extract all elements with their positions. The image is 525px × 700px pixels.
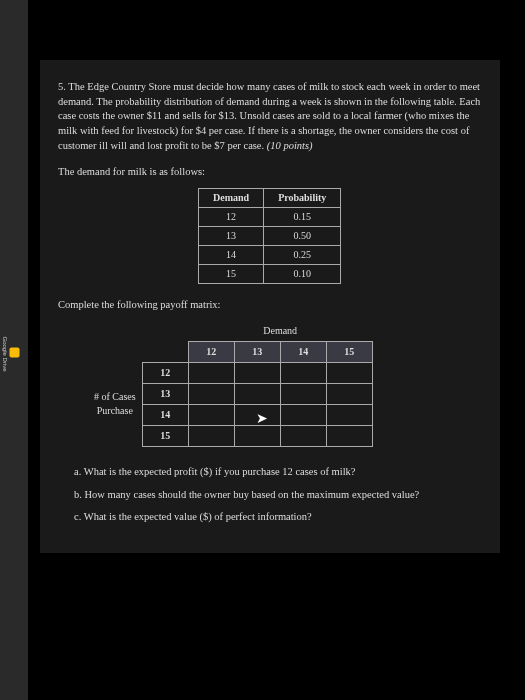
cases-purchase-label: # of CasesPurchase [88, 362, 142, 446]
cursor-icon: ➤ [256, 410, 268, 426]
question-b: b. How many cases should the owner buy b… [74, 488, 482, 503]
table-row: 120.15 [199, 208, 341, 227]
table-row: 150.10 [199, 265, 341, 284]
demand-header: Demand [199, 189, 264, 208]
table-row: 130.50 [199, 227, 341, 246]
bookmark-bar: Google Drive Google Docs Tamu Email Netf… [0, 0, 28, 700]
demand-label: Demand [188, 321, 372, 342]
demand-intro: The demand for milk is as follows: [58, 165, 482, 180]
matrix-instruction: Complete the following payoff matrix: [58, 298, 482, 313]
bookmark-google-drive[interactable]: Google Drive [1, 336, 19, 371]
demand-probability-table: Demand Probability 120.15 130.50 140.25 … [198, 188, 341, 284]
payoff-matrix-table: Demand 12 13 14 15 # of CasesPurchase 12… [88, 321, 373, 447]
document-page: 5. The Edge Country Store must decide ho… [40, 60, 500, 553]
questions-list: a. What is the expected profit ($) if yo… [74, 465, 482, 525]
question-c: c. What is the expected value ($) of per… [74, 510, 482, 525]
table-row: 140.25 [199, 246, 341, 265]
problem-statement: 5. The Edge Country Store must decide ho… [58, 80, 482, 153]
probability-header: Probability [264, 189, 341, 208]
question-a: a. What is the expected profit ($) if yo… [74, 465, 482, 480]
